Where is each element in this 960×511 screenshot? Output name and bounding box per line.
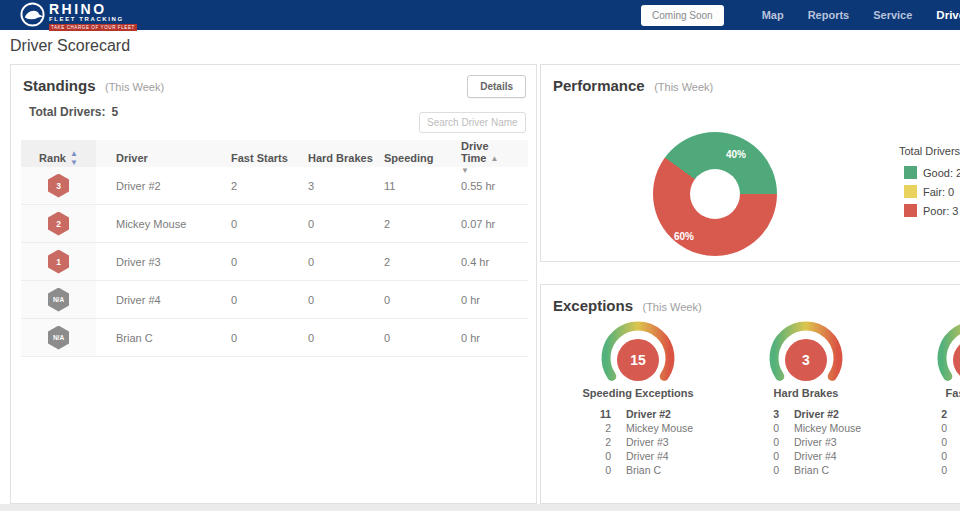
nav-link-reports[interactable]: Reports xyxy=(808,9,850,21)
exceptions-period: (This Week) xyxy=(642,301,701,313)
hard-brakes-gauge-chart: 3 xyxy=(761,319,851,383)
rank-badge: N/A xyxy=(48,326,69,350)
performance-title: Performance xyxy=(553,77,645,94)
rank-badge: 3 xyxy=(48,174,69,198)
drive-time-value: 0.4 hr xyxy=(451,256,528,268)
hard-brakes-value: 0 xyxy=(298,218,374,230)
page-title: Driver Scorecard xyxy=(10,37,130,55)
fast-starts-value: 0 xyxy=(221,332,298,344)
speeding-value: 0 xyxy=(374,332,451,344)
nav-link-map[interactable]: Map xyxy=(762,9,784,21)
legend-item-poor: Poor: 3 xyxy=(904,204,960,217)
donut-poor-pct-label: 60% xyxy=(674,231,694,242)
standings-title: Standings xyxy=(23,77,96,94)
driver-name: Driver #3 xyxy=(96,256,221,268)
rhino-emblem-icon xyxy=(20,2,45,27)
exceptions-panel: Exceptions (This Week) 15 Speeding Excep… xyxy=(540,284,960,504)
good-swatch-icon xyxy=(904,166,917,179)
nav-link-service[interactable]: Service xyxy=(873,9,912,21)
speeding-value: 11 xyxy=(374,180,451,192)
hard-brakes-gauge-label: Hard Brakes xyxy=(722,387,890,399)
table-header-row: Rank▲▼ Driver Fast Starts Hard Brakes Sp… xyxy=(21,140,528,167)
drive-time-value: 0 hr xyxy=(451,332,528,344)
hard-brakes-value: 0 xyxy=(298,294,374,306)
details-button[interactable]: Details xyxy=(467,75,526,98)
speeding-value: 2 xyxy=(374,218,451,230)
rank-badge: 1 xyxy=(48,250,69,274)
column-header-speeding: Speeding xyxy=(374,152,451,164)
sort-icon[interactable]: ▲▼ xyxy=(70,149,78,167)
fast-starts-gauge-label: Fast Starts xyxy=(890,387,960,399)
gauge-row: 15 Speeding Exceptions 11Driver #2 2Mick… xyxy=(554,319,960,476)
nav-link-drivers[interactable]: Drivers xyxy=(936,9,960,21)
table-row[interactable]: N/A Brian C 0 0 0 0 hr xyxy=(21,319,528,357)
table-row[interactable]: N/A Driver #4 0 0 0 0 hr xyxy=(21,281,528,319)
drive-time-value: 0.07 hr xyxy=(451,218,528,230)
performance-donut-chart: 40% 60% xyxy=(653,132,777,256)
hard-brakes-card: 3 Hard Brakes 3Driver #2 0Mickey Mouse 0… xyxy=(722,319,890,476)
standings-table: Rank▲▼ Driver Fast Starts Hard Brakes Sp… xyxy=(21,140,528,357)
legend-item-good: Good: 2 xyxy=(904,166,960,179)
hard-brakes-driver-list: 3Driver #2 0Mickey Mouse 0Driver #3 0Dri… xyxy=(722,408,890,476)
driver-name: Mickey Mouse xyxy=(96,218,221,230)
driver-search-input[interactable] xyxy=(419,112,526,133)
performance-legend: Total Drivers: 5 Good: 2 Fair: 0 Poor: 3 xyxy=(899,145,960,223)
speeding-value: 0 xyxy=(374,294,451,306)
driver-name: Driver #4 xyxy=(96,294,221,306)
speeding-value: 2 xyxy=(374,256,451,268)
fast-starts-value: 0 xyxy=(221,218,298,230)
rank-badge: 2 xyxy=(48,212,69,236)
standings-panel: Standings (This Week) Details Total Driv… xyxy=(10,64,537,504)
speeding-gauge-label: Speeding Exceptions xyxy=(554,387,722,399)
legend-total-drivers: Total Drivers: 5 xyxy=(899,145,960,157)
performance-panel: Performance (This Week) 40% 60% Total Dr… xyxy=(540,64,960,262)
logo-sub-text: FLEET TRACKING xyxy=(49,16,137,23)
table-row[interactable]: 2 Mickey Mouse 0 0 2 0.07 hr xyxy=(21,205,528,243)
legend-item-fair: Fair: 0 xyxy=(904,185,960,198)
rhino-logo[interactable]: RHINO FLEET TRACKING TAKE CHARGE OF YOUR… xyxy=(20,2,137,31)
fast-starts-value: 2 xyxy=(221,180,298,192)
logo-tagline-text: TAKE CHARGE OF YOUR FLEET xyxy=(49,24,137,31)
drive-time-value: 0.55 hr xyxy=(451,180,528,192)
fast-starts-card: Fast Starts 2 0 0 0 0 xyxy=(890,319,960,476)
top-navbar: RHINO FLEET TRACKING TAKE CHARGE OF YOUR… xyxy=(0,0,960,30)
donut-hole xyxy=(690,169,740,219)
fast-starts-value: 0 xyxy=(221,294,298,306)
rank-badge: N/A xyxy=(48,288,69,312)
speeding-exceptions-card: 15 Speeding Exceptions 11Driver #2 2Mick… xyxy=(554,319,722,476)
speeding-gauge-value: 15 xyxy=(617,339,659,381)
page-background-strip xyxy=(0,504,960,511)
speeding-gauge-chart: 15 xyxy=(593,319,683,383)
standings-period: (This Week) xyxy=(105,81,164,93)
drive-time-value: 0 hr xyxy=(451,294,528,306)
total-drivers-label: Total Drivers: xyxy=(29,105,105,119)
total-drivers-value: 5 xyxy=(111,105,118,119)
column-header-hard-brakes: Hard Brakes xyxy=(298,152,374,164)
hard-brakes-value: 0 xyxy=(298,256,374,268)
speeding-driver-list: 11Driver #2 2Mickey Mouse 2Driver #3 0Dr… xyxy=(554,408,722,476)
performance-period: (This Week) xyxy=(654,81,713,93)
fast-starts-gauge-chart xyxy=(929,319,960,383)
hard-brakes-value: 0 xyxy=(298,332,374,344)
nav-links: Coming Soon Map Reports Service Drivers xyxy=(641,0,960,30)
column-header-drive-time[interactable]: Drive Time▲▼ xyxy=(451,140,528,176)
hard-brakes-gauge-value: 3 xyxy=(785,339,827,381)
driver-name: Driver #2 xyxy=(96,180,221,192)
hard-brakes-value: 3 xyxy=(298,180,374,192)
driver-name: Brian C xyxy=(96,332,221,344)
fast-starts-value: 0 xyxy=(221,256,298,268)
column-header-driver: Driver xyxy=(96,152,221,164)
fair-swatch-icon xyxy=(904,185,917,198)
exceptions-title: Exceptions xyxy=(553,297,633,314)
donut-good-pct-label: 40% xyxy=(726,149,746,160)
column-header-fast-starts: Fast Starts xyxy=(221,152,298,164)
poor-swatch-icon xyxy=(904,204,917,217)
table-row[interactable]: 1 Driver #3 0 0 2 0.4 hr xyxy=(21,243,528,281)
logo-brand-text: RHINO xyxy=(49,2,137,16)
coming-soon-button[interactable]: Coming Soon xyxy=(641,5,724,26)
fast-starts-driver-list: 2 0 0 0 0 xyxy=(890,408,960,476)
